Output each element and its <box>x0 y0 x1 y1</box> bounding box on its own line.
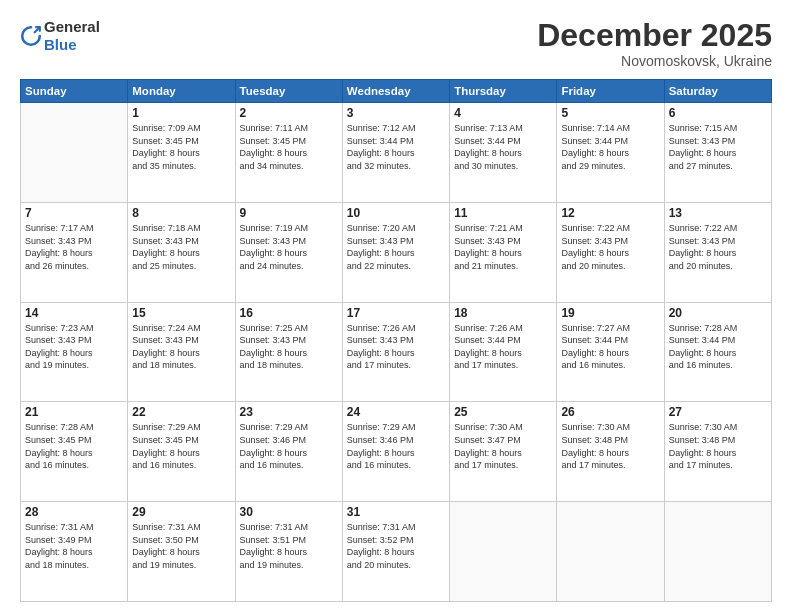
weekday-header-sunday: Sunday <box>21 80 128 103</box>
day-number: 8 <box>132 206 230 220</box>
day-number: 10 <box>347 206 445 220</box>
cell-text: Sunrise: 7:20 AMSunset: 3:43 PMDaylight:… <box>347 222 445 272</box>
calendar-cell: 6Sunrise: 7:15 AMSunset: 3:43 PMDaylight… <box>664 103 771 203</box>
cell-text: Sunrise: 7:22 AMSunset: 3:43 PMDaylight:… <box>561 222 659 272</box>
calendar-cell: 8Sunrise: 7:18 AMSunset: 3:43 PMDaylight… <box>128 202 235 302</box>
day-number: 28 <box>25 505 123 519</box>
day-number: 27 <box>669 405 767 419</box>
calendar-cell: 7Sunrise: 7:17 AMSunset: 3:43 PMDaylight… <box>21 202 128 302</box>
cell-text: Sunrise: 7:18 AMSunset: 3:43 PMDaylight:… <box>132 222 230 272</box>
calendar-cell: 29Sunrise: 7:31 AMSunset: 3:50 PMDayligh… <box>128 502 235 602</box>
logo-general: General <box>44 18 100 35</box>
day-number: 22 <box>132 405 230 419</box>
day-number: 2 <box>240 106 338 120</box>
day-number: 29 <box>132 505 230 519</box>
calendar-cell: 24Sunrise: 7:29 AMSunset: 3:46 PMDayligh… <box>342 402 449 502</box>
calendar-cell: 10Sunrise: 7:20 AMSunset: 3:43 PMDayligh… <box>342 202 449 302</box>
calendar-cell: 21Sunrise: 7:28 AMSunset: 3:45 PMDayligh… <box>21 402 128 502</box>
cell-text: Sunrise: 7:26 AMSunset: 3:44 PMDaylight:… <box>454 322 552 372</box>
cell-text: Sunrise: 7:31 AMSunset: 3:51 PMDaylight:… <box>240 521 338 571</box>
calendar-cell: 12Sunrise: 7:22 AMSunset: 3:43 PMDayligh… <box>557 202 664 302</box>
calendar-cell: 11Sunrise: 7:21 AMSunset: 3:43 PMDayligh… <box>450 202 557 302</box>
calendar-cell: 19Sunrise: 7:27 AMSunset: 3:44 PMDayligh… <box>557 302 664 402</box>
day-number: 1 <box>132 106 230 120</box>
day-number: 14 <box>25 306 123 320</box>
day-number: 30 <box>240 505 338 519</box>
day-number: 18 <box>454 306 552 320</box>
weekday-header-monday: Monday <box>128 80 235 103</box>
weekday-header-friday: Friday <box>557 80 664 103</box>
calendar-cell: 20Sunrise: 7:28 AMSunset: 3:44 PMDayligh… <box>664 302 771 402</box>
calendar-table: SundayMondayTuesdayWednesdayThursdayFrid… <box>20 79 772 602</box>
day-number: 7 <box>25 206 123 220</box>
calendar-cell: 5Sunrise: 7:14 AMSunset: 3:44 PMDaylight… <box>557 103 664 203</box>
logo-icon <box>20 25 42 47</box>
day-number: 6 <box>669 106 767 120</box>
logo: General Blue <box>20 18 100 54</box>
cell-text: Sunrise: 7:22 AMSunset: 3:43 PMDaylight:… <box>669 222 767 272</box>
day-number: 15 <box>132 306 230 320</box>
calendar-cell: 2Sunrise: 7:11 AMSunset: 3:45 PMDaylight… <box>235 103 342 203</box>
cell-text: Sunrise: 7:23 AMSunset: 3:43 PMDaylight:… <box>25 322 123 372</box>
day-number: 25 <box>454 405 552 419</box>
calendar-cell: 4Sunrise: 7:13 AMSunset: 3:44 PMDaylight… <box>450 103 557 203</box>
calendar-cell: 16Sunrise: 7:25 AMSunset: 3:43 PMDayligh… <box>235 302 342 402</box>
calendar-cell: 27Sunrise: 7:30 AMSunset: 3:48 PMDayligh… <box>664 402 771 502</box>
day-number: 3 <box>347 106 445 120</box>
day-number: 19 <box>561 306 659 320</box>
cell-text: Sunrise: 7:31 AMSunset: 3:49 PMDaylight:… <box>25 521 123 571</box>
day-number: 12 <box>561 206 659 220</box>
calendar-cell: 3Sunrise: 7:12 AMSunset: 3:44 PMDaylight… <box>342 103 449 203</box>
cell-text: Sunrise: 7:29 AMSunset: 3:46 PMDaylight:… <box>347 421 445 471</box>
day-number: 17 <box>347 306 445 320</box>
calendar-cell: 25Sunrise: 7:30 AMSunset: 3:47 PMDayligh… <box>450 402 557 502</box>
cell-text: Sunrise: 7:13 AMSunset: 3:44 PMDaylight:… <box>454 122 552 172</box>
calendar-cell <box>21 103 128 203</box>
weekday-header-thursday: Thursday <box>450 80 557 103</box>
day-number: 23 <box>240 405 338 419</box>
cell-text: Sunrise: 7:30 AMSunset: 3:48 PMDaylight:… <box>561 421 659 471</box>
calendar-cell: 14Sunrise: 7:23 AMSunset: 3:43 PMDayligh… <box>21 302 128 402</box>
calendar-cell: 26Sunrise: 7:30 AMSunset: 3:48 PMDayligh… <box>557 402 664 502</box>
calendar-cell: 31Sunrise: 7:31 AMSunset: 3:52 PMDayligh… <box>342 502 449 602</box>
cell-text: Sunrise: 7:29 AMSunset: 3:45 PMDaylight:… <box>132 421 230 471</box>
day-number: 20 <box>669 306 767 320</box>
month-title: December 2025 <box>537 18 772 53</box>
cell-text: Sunrise: 7:09 AMSunset: 3:45 PMDaylight:… <box>132 122 230 172</box>
day-number: 26 <box>561 405 659 419</box>
day-number: 4 <box>454 106 552 120</box>
day-number: 9 <box>240 206 338 220</box>
location-title: Novomoskovsk, Ukraine <box>537 53 772 69</box>
calendar-cell: 18Sunrise: 7:26 AMSunset: 3:44 PMDayligh… <box>450 302 557 402</box>
cell-text: Sunrise: 7:19 AMSunset: 3:43 PMDaylight:… <box>240 222 338 272</box>
calendar-cell <box>450 502 557 602</box>
calendar-cell <box>664 502 771 602</box>
calendar-cell: 30Sunrise: 7:31 AMSunset: 3:51 PMDayligh… <box>235 502 342 602</box>
cell-text: Sunrise: 7:28 AMSunset: 3:44 PMDaylight:… <box>669 322 767 372</box>
calendar-cell: 1Sunrise: 7:09 AMSunset: 3:45 PMDaylight… <box>128 103 235 203</box>
cell-text: Sunrise: 7:30 AMSunset: 3:48 PMDaylight:… <box>669 421 767 471</box>
cell-text: Sunrise: 7:14 AMSunset: 3:44 PMDaylight:… <box>561 122 659 172</box>
cell-text: Sunrise: 7:31 AMSunset: 3:50 PMDaylight:… <box>132 521 230 571</box>
page: General Blue December 2025 Novomoskovsk,… <box>0 0 792 612</box>
cell-text: Sunrise: 7:31 AMSunset: 3:52 PMDaylight:… <box>347 521 445 571</box>
weekday-header-wednesday: Wednesday <box>342 80 449 103</box>
title-block: December 2025 Novomoskovsk, Ukraine <box>537 18 772 69</box>
cell-text: Sunrise: 7:25 AMSunset: 3:43 PMDaylight:… <box>240 322 338 372</box>
calendar-cell: 9Sunrise: 7:19 AMSunset: 3:43 PMDaylight… <box>235 202 342 302</box>
header: General Blue December 2025 Novomoskovsk,… <box>20 18 772 69</box>
cell-text: Sunrise: 7:15 AMSunset: 3:43 PMDaylight:… <box>669 122 767 172</box>
cell-text: Sunrise: 7:29 AMSunset: 3:46 PMDaylight:… <box>240 421 338 471</box>
cell-text: Sunrise: 7:27 AMSunset: 3:44 PMDaylight:… <box>561 322 659 372</box>
calendar-cell <box>557 502 664 602</box>
day-number: 24 <box>347 405 445 419</box>
cell-text: Sunrise: 7:17 AMSunset: 3:43 PMDaylight:… <box>25 222 123 272</box>
cell-text: Sunrise: 7:21 AMSunset: 3:43 PMDaylight:… <box>454 222 552 272</box>
cell-text: Sunrise: 7:24 AMSunset: 3:43 PMDaylight:… <box>132 322 230 372</box>
logo-text: General Blue <box>44 18 100 54</box>
day-number: 31 <box>347 505 445 519</box>
calendar-cell: 23Sunrise: 7:29 AMSunset: 3:46 PMDayligh… <box>235 402 342 502</box>
day-number: 16 <box>240 306 338 320</box>
day-number: 13 <box>669 206 767 220</box>
day-number: 21 <box>25 405 123 419</box>
